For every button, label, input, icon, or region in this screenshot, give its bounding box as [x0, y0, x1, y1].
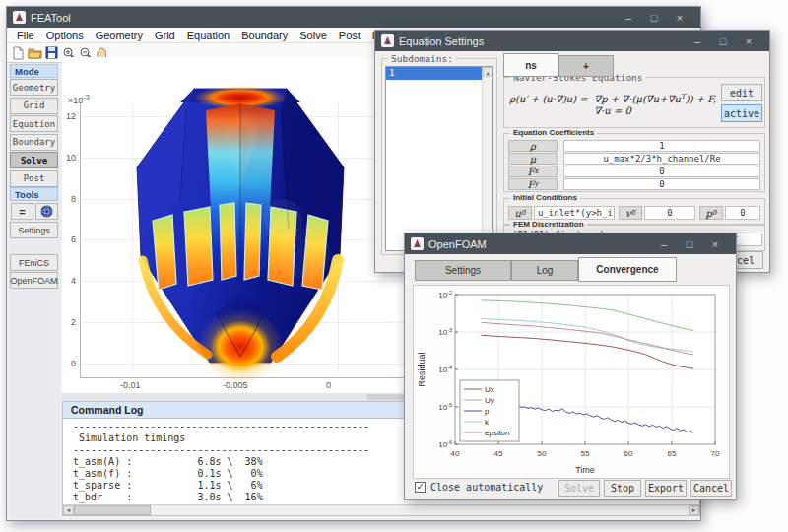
- tab-ns[interactable]: ns: [503, 53, 558, 77]
- x-tick-label: 60: [624, 449, 633, 458]
- sidebar-item-geometry[interactable]: Geometry: [10, 79, 58, 96]
- openfoam-titlebar[interactable]: OpenFOAM – □ ×: [405, 233, 736, 254]
- cad-tool-button[interactable]: [35, 203, 58, 220]
- initial-symbol-p0: p0: [699, 206, 723, 220]
- sidebar-item-fenics[interactable]: FEniCS: [10, 254, 58, 271]
- coefficient-symbol-Fx: Fx: [508, 166, 558, 177]
- sidebar-item-post[interactable]: Post: [10, 170, 58, 187]
- coefficient-input-ρ[interactable]: 1: [563, 140, 760, 152]
- initial-conditions-header: Initial Conditions: [510, 193, 580, 202]
- coefficient-symbol-Fy: Fy: [508, 178, 558, 190]
- dialog-title: Equation Settings: [399, 35, 484, 47]
- sidebar-tools-header: Tools: [10, 187, 58, 201]
- equation-tool-button[interactable]: =: [11, 203, 33, 220]
- coefficient-row: μu_max*2/3*h_channel/Re: [508, 153, 760, 165]
- close-button[interactable]: ×: [667, 7, 692, 28]
- sidebar-item-equation[interactable]: Equation: [10, 115, 58, 132]
- command-log-scrollbar[interactable]: ◂ ▸: [63, 504, 699, 515]
- dialog-title: OpenFOAM: [428, 238, 487, 250]
- maximize-button[interactable]: □: [677, 233, 702, 254]
- save-icon[interactable]: [43, 45, 60, 61]
- close-button[interactable]: ×: [736, 31, 761, 51]
- coefficient-symbol-μ: μ: [508, 153, 558, 165]
- y-tick-label: 10-3: [438, 327, 452, 338]
- scrollbar-thumb[interactable]: [74, 505, 151, 515]
- close-automatically-checkbox[interactable]: ✓: [415, 482, 426, 493]
- menu-item-solve[interactable]: Solve: [294, 30, 333, 41]
- fem-header: FEM Discretization: [510, 220, 587, 229]
- featool-titlebar[interactable]: FEATool – □ ×: [7, 7, 700, 28]
- new-file-icon[interactable]: [10, 45, 27, 61]
- y-tick-label: 10-5: [438, 402, 452, 413]
- menu-item-boundary[interactable]: Boundary: [235, 30, 294, 41]
- sidebar-item-solve[interactable]: Solve: [10, 152, 58, 168]
- desktop-background: FEATool – □ × FileOptionsGeometryGridEqu…: [0, 0, 788, 532]
- minimize-button[interactable]: –: [616, 7, 641, 28]
- x-tick-label: 40: [451, 449, 460, 458]
- x-tick-label: 65: [668, 449, 677, 458]
- sidebar-item-grid[interactable]: Grid: [10, 98, 58, 114]
- legend-entry-p: p: [485, 407, 490, 416]
- featool-logo-icon: [411, 237, 424, 250]
- initial-symbol-u0: u0: [508, 206, 532, 220]
- initial-symbol-v0: v0: [619, 206, 642, 220]
- initial-input-p0[interactable]: 0: [725, 206, 760, 220]
- sidebar-item-boundary[interactable]: Boundary: [10, 134, 58, 151]
- coefficient-row: ρ1: [508, 140, 760, 152]
- subdomains-group: Subdomains: 1 ▴ ▾: [381, 58, 497, 255]
- coefficient-input-μ[interactable]: u_max*2/3*h_channel/Re: [563, 153, 760, 165]
- solve-button[interactable]: Solve: [558, 480, 600, 497]
- sidebar-item-settings[interactable]: Settings: [10, 222, 58, 238]
- y-tick-label: 10-4: [438, 365, 452, 375]
- sidebar-item-openfoam[interactable]: OpenFOAM: [10, 272, 58, 289]
- tab-convergence[interactable]: Convergence: [578, 257, 677, 282]
- tab-log[interactable]: Log: [511, 260, 578, 281]
- subdomain-list-item-1[interactable]: 1: [386, 67, 492, 80]
- cancel-button[interactable]: Cancel: [690, 480, 732, 497]
- x-tick-label: 55: [581, 449, 590, 458]
- y-tick-label: 10: [62, 153, 76, 163]
- initial-input-u0[interactable]: u_inlet*(y>h_i: [534, 206, 615, 220]
- x-tick-label: 45: [494, 449, 503, 458]
- scroll-right-icon[interactable]: ▸: [689, 505, 699, 515]
- minimize-button[interactable]: –: [685, 31, 710, 51]
- initial-input-v0[interactable]: 0: [644, 206, 695, 220]
- y-tick-label: 2: [62, 317, 76, 327]
- menu-item-grid[interactable]: Grid: [149, 30, 181, 41]
- menu-item-options[interactable]: Options: [40, 30, 90, 41]
- tab-add-equation[interactable]: +: [558, 55, 614, 77]
- subdomains-listbox[interactable]: 1 ▴ ▾: [385, 66, 493, 251]
- x-axis-label: Time: [575, 465, 595, 475]
- edit-button[interactable]: edit: [721, 84, 762, 101]
- coefficient-input-Fx[interactable]: 0: [563, 166, 760, 177]
- scroll-up-icon[interactable]: ▴: [483, 67, 492, 77]
- scroll-left-icon[interactable]: ◂: [63, 505, 74, 515]
- coefficient-input-Fy[interactable]: 0: [563, 178, 760, 190]
- featool-logo-icon: [381, 34, 394, 47]
- stop-button[interactable]: Stop: [604, 480, 641, 497]
- close-automatically-label: Close automatically: [430, 482, 543, 493]
- active-button[interactable]: active: [721, 104, 762, 122]
- subdomains-label: Subdomains:: [388, 53, 456, 64]
- menu-item-file[interactable]: File: [11, 30, 40, 41]
- minimize-button[interactable]: –: [651, 233, 677, 254]
- menu-item-geometry[interactable]: Geometry: [90, 30, 149, 41]
- coefficient-row: Fx0: [508, 166, 760, 177]
- close-button[interactable]: ×: [702, 233, 728, 254]
- menu-item-equation[interactable]: Equation: [181, 30, 235, 41]
- tab-settings[interactable]: Settings: [415, 260, 511, 281]
- openfoam-action-bar: ✓ Close automatically SolveStopExportCan…: [405, 478, 736, 499]
- y-tick-label: 10-2: [438, 290, 452, 300]
- sphere-icon: [40, 205, 53, 218]
- equation-coefficients-group: Equation Coefficients ρ1μu_max*2/3*h_cha…: [503, 133, 765, 192]
- listbox-scrollbar[interactable]: ▴ ▾: [482, 67, 492, 250]
- open-folder-icon[interactable]: [27, 45, 43, 61]
- equation-settings-titlebar[interactable]: Equation Settings – □ ×: [375, 31, 769, 51]
- coefficients-header: Equation Coefficients: [510, 128, 597, 137]
- menu-item-post[interactable]: Post: [333, 30, 366, 41]
- maximize-button[interactable]: □: [710, 31, 736, 51]
- equals-icon: =: [19, 206, 25, 218]
- maximize-button[interactable]: □: [641, 7, 667, 28]
- export-button[interactable]: Export: [645, 480, 687, 497]
- y-tick-label: 6: [62, 234, 76, 244]
